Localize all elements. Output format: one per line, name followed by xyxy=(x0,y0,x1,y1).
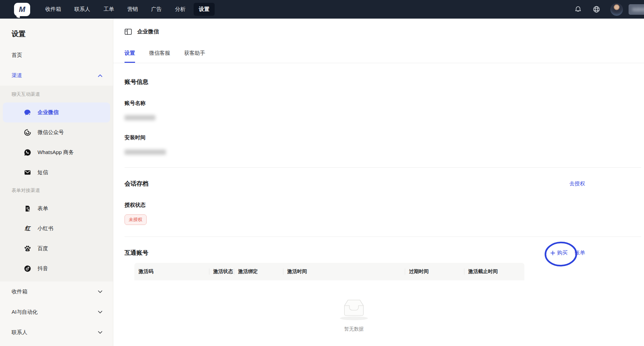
sidebar-item-contacts[interactable]: 联系人 xyxy=(0,322,113,342)
sms-icon xyxy=(24,169,31,176)
tab-settings[interactable]: 设置 xyxy=(125,50,135,63)
section-divider xyxy=(125,237,641,237)
sidebar-item-label: 百度 xyxy=(38,245,48,252)
wechat-official-account-icon xyxy=(24,129,31,136)
section-title-account-info: 账号信息 xyxy=(125,78,644,86)
app-logo[interactable]: M xyxy=(14,3,30,16)
col-header-activation-status[interactable]: 激活状态 xyxy=(209,268,234,275)
activation-codes-table: 激活码 激活状态 激活绑定 激活时间 过期时间 激活截止时间 xyxy=(134,263,524,346)
chevron-up-icon xyxy=(98,74,102,77)
sidebar-item-sms[interactable]: 短信 xyxy=(0,162,113,182)
sidebar-item-channels[interactable]: 渠道 xyxy=(0,65,113,86)
sidebar-toggle-icon[interactable] xyxy=(125,28,132,35)
sidebar-item-forms[interactable]: 表单 xyxy=(0,199,113,219)
section-divider xyxy=(125,167,641,168)
chevron-down-icon xyxy=(98,331,102,334)
empty-tray-icon xyxy=(339,297,369,321)
sidebar-item-ai-automation[interactable]: AI与自动化 xyxy=(0,302,113,322)
sidebar-item-xiaohongshu[interactable]: 红 小红书 xyxy=(0,219,113,239)
sidebar-item-douyin[interactable]: 抖音 xyxy=(0,259,113,279)
form-icon xyxy=(24,205,31,212)
user-name-chip[interactable]: Admin xyxy=(629,4,644,15)
col-header-activation-binding[interactable]: 激活绑定 xyxy=(234,268,283,275)
field-label-install-time: 安装时间 xyxy=(125,134,644,141)
col-header-activation-deadline[interactable]: 激活截止时间 xyxy=(464,268,524,275)
nav-item-marketing[interactable]: 营销 xyxy=(122,3,143,16)
linked-accounts-actions: 购买 账单 xyxy=(550,249,585,256)
table-header-row: 激活码 激活状态 激活绑定 激活时间 过期时间 激活截止时间 xyxy=(134,263,524,280)
page-title: 企业微信 xyxy=(137,28,159,35)
sidebar-item-inbox[interactable]: 收件箱 xyxy=(0,281,113,302)
empty-state: 暂无数据 xyxy=(339,297,369,332)
buy-button-label: 购买 xyxy=(557,249,568,256)
language-globe-icon[interactable] xyxy=(592,5,601,14)
chevron-down-icon xyxy=(98,311,102,314)
tab-wechat-customer-service[interactable]: 微信客服 xyxy=(149,50,170,63)
page-header: 企业微信 xyxy=(125,19,644,35)
chevron-down-icon xyxy=(98,290,102,293)
whatsapp-icon xyxy=(24,149,31,156)
section-header-session-archive: 会话存档 去授权 xyxy=(125,180,644,188)
nav-right-controls: Admin xyxy=(574,3,644,16)
nav-item-ads[interactable]: 广告 xyxy=(146,3,167,16)
tab-lead-assistant[interactable]: 获客助手 xyxy=(184,50,205,63)
authorize-link[interactable]: 去授权 xyxy=(569,180,585,187)
sidebar-title: 设置 xyxy=(12,29,113,39)
nav-item-contacts[interactable]: 联系人 xyxy=(69,3,95,16)
sidebar-item-wechat-official[interactable]: 微信公众号 xyxy=(0,122,113,142)
channels-submenu: 聊天互动渠道 企业微信 xyxy=(0,86,113,281)
nav-item-settings[interactable]: 设置 xyxy=(194,3,215,16)
chat-channels-section-label: 聊天互动渠道 xyxy=(0,86,113,102)
app-window: M 收件箱 联系人 工单 营销 广告 分析 设置 xyxy=(0,0,644,346)
section-header-linked-accounts: 互通账号 购买 账单 xyxy=(125,249,644,257)
main-content: 企业微信 设置 微信客服 获客助手 账号信息 账号名称 安装时间 会话存档 去授… xyxy=(113,19,644,346)
user-avatar[interactable] xyxy=(610,3,623,16)
wecom-chat-icon xyxy=(24,109,31,116)
col-header-expiry-time[interactable]: 过期时间 xyxy=(405,268,464,275)
notifications-bell-icon[interactable] xyxy=(574,5,582,14)
redacted-install-time-value xyxy=(125,149,166,155)
redacted-account-name-value xyxy=(125,115,155,120)
plus-icon xyxy=(550,251,555,255)
nav-item-inbox[interactable]: 收件箱 xyxy=(40,3,66,16)
nav-item-tickets[interactable]: 工单 xyxy=(98,3,119,16)
svg-text:du: du xyxy=(27,249,29,251)
sidebar-item-label: 表单 xyxy=(38,205,48,212)
primary-nav: 收件箱 联系人 工单 营销 广告 分析 设置 xyxy=(40,3,215,16)
empty-state-text: 暂无数据 xyxy=(344,326,364,332)
user-name-label: Admin xyxy=(632,6,644,12)
sidebar-item-whatsapp[interactable]: WhatsApp 商务 xyxy=(0,142,113,162)
settings-sidebar: 设置 首页 渠道 聊天互动渠道 xyxy=(0,19,113,346)
baidu-icon: du xyxy=(24,245,31,252)
table-empty-body: 暂无数据 xyxy=(134,280,524,346)
sidebar-item-home[interactable]: 首页 xyxy=(0,45,113,65)
sidebar-item-label: WhatsApp 商务 xyxy=(38,149,74,156)
sidebar-item-wecom[interactable]: 企业微信 xyxy=(3,102,110,122)
col-header-activation-time[interactable]: 激活时间 xyxy=(283,268,405,275)
col-header-activation-code[interactable]: 激活码 xyxy=(134,268,209,275)
sidebar-item-baidu[interactable]: du 百度 xyxy=(0,239,113,259)
sidebar-item-label: 微信公众号 xyxy=(38,129,64,136)
top-navbar: M 收件箱 联系人 工单 营销 广告 分析 设置 xyxy=(0,0,644,19)
sidebar-item-label: 小红书 xyxy=(38,225,53,232)
sidebar-item-label: 抖音 xyxy=(38,265,48,272)
tab-bar: 设置 微信客服 获客助手 xyxy=(113,50,644,63)
nav-item-analytics[interactable]: 分析 xyxy=(170,3,191,16)
sidebar-item-label: 企业微信 xyxy=(38,109,59,116)
section-title-linked-accounts: 互通账号 xyxy=(125,249,148,257)
field-label-auth-status: 授权状态 xyxy=(125,202,644,208)
field-label-account-name: 账号名称 xyxy=(125,100,644,107)
app-logo-letter: M xyxy=(19,5,25,14)
form-channels-section-label: 表单对接渠道 xyxy=(0,182,113,199)
section-title-session-archive: 会话存档 xyxy=(125,180,148,188)
sidebar-item-label: 短信 xyxy=(38,169,48,176)
douyin-icon xyxy=(24,265,31,272)
xiaohongshu-icon: 红 xyxy=(24,225,31,232)
status-badge-unauthorized: 未授权 xyxy=(125,214,147,225)
bill-link[interactable]: 账单 xyxy=(575,249,585,256)
buy-button[interactable]: 购买 xyxy=(550,249,568,256)
